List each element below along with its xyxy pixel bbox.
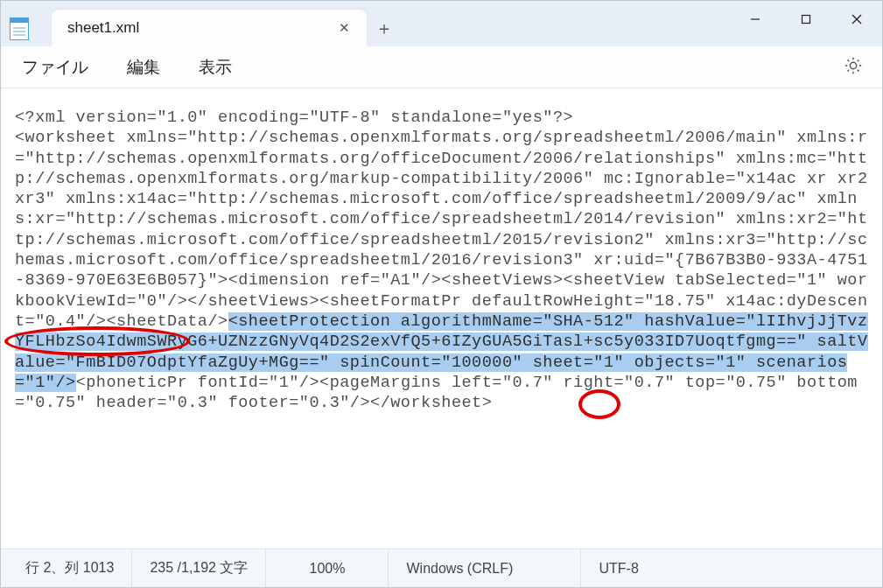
menu-view[interactable]: 表示	[192, 51, 239, 84]
notepad-window: sheet1.xml ✕ ＋ ファイル 編集 表示 <?x	[0, 0, 883, 588]
titlebar: sheet1.xml ✕ ＋	[1, 1, 882, 46]
xml-before-selection: <worksheet xmlns="http://schemas.openxml…	[15, 129, 878, 331]
menu-file[interactable]: ファイル	[15, 51, 95, 84]
status-line-ending: Windows (CRLF)	[389, 550, 581, 587]
new-tab-button[interactable]: ＋	[367, 10, 402, 46]
notepad-icon	[10, 18, 29, 40]
tab-active[interactable]: sheet1.xml ✕	[52, 10, 367, 46]
status-position: 行 2、列 1013	[1, 550, 132, 587]
close-icon	[851, 14, 862, 24]
app-icon-container	[1, 1, 38, 46]
titlebar-spacer	[402, 1, 730, 46]
window-controls	[730, 1, 882, 46]
gear-icon	[844, 56, 863, 75]
svg-rect-1	[802, 16, 810, 24]
menu-edit[interactable]: 編集	[120, 51, 167, 84]
status-char-count: 235 /1,192 文字	[132, 550, 266, 587]
maximize-icon	[801, 14, 811, 24]
tab-title: sheet1.xml	[67, 19, 333, 37]
statusbar: 行 2、列 1013 235 /1,192 文字 100% Windows (C…	[1, 549, 882, 587]
close-button[interactable]	[831, 1, 882, 38]
status-zoom[interactable]: 100%	[266, 550, 389, 587]
status-encoding: UTF-8	[581, 550, 721, 587]
annotation-ellipse-closing	[578, 389, 620, 419]
xml-after-selection: <phoneticPr fontId="1"/><pageMargins lef…	[15, 374, 858, 412]
settings-button[interactable]	[838, 51, 868, 84]
tab-close-button[interactable]: ✕	[333, 18, 354, 38]
minimize-button[interactable]	[730, 1, 781, 38]
xml-declaration: <?xml version="1.0" encoding="UTF-8" sta…	[15, 108, 573, 127]
menubar: ファイル 編集 表示	[1, 46, 882, 88]
maximize-button[interactable]	[781, 1, 831, 38]
text-content[interactable]: <?xml version="1.0" encoding="UTF-8" sta…	[1, 88, 882, 549]
minimize-icon	[750, 14, 760, 24]
